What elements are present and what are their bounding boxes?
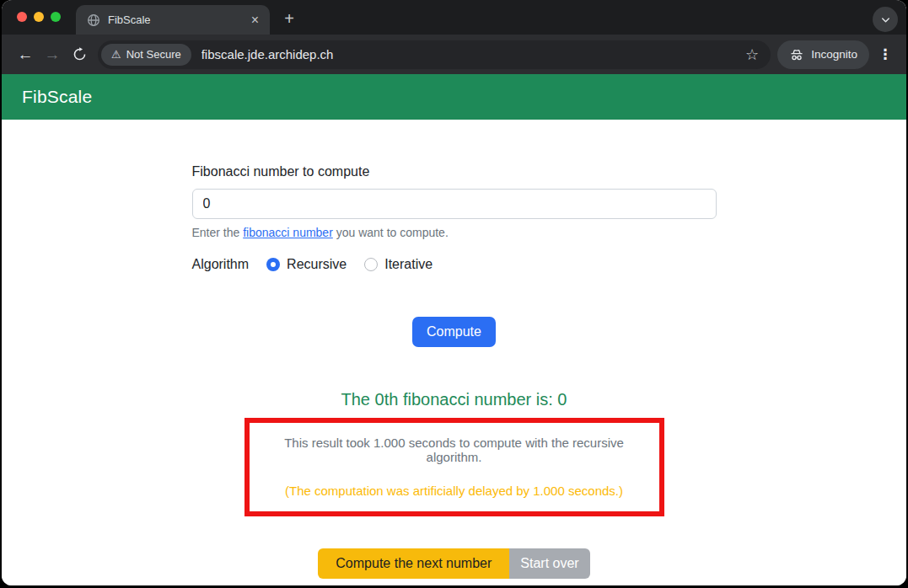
delay-text: (The computation was artificially delaye… (258, 484, 651, 498)
algorithm-row: Algorithm Recursive Iterative (192, 257, 717, 272)
address-bar[interactable]: ⚠ Not Secure fibscale.jde.archidep.ch ☆ (98, 40, 771, 69)
browser-toolbar: ← → ⚠ Not Secure fibscale.jde.archidep.c… (2, 35, 906, 74)
security-chip[interactable]: ⚠ Not Secure (101, 44, 191, 66)
start-over-button[interactable]: Start over (509, 548, 589, 579)
tab-strip: FibScale × + (2, 0, 906, 35)
radio-iterative[interactable] (364, 258, 378, 271)
browser-window: FibScale × + ← → (2, 0, 906, 585)
back-button[interactable]: ← (12, 41, 39, 68)
duration-text: This result took 1.000 seconds to comput… (258, 436, 651, 464)
radio-recursive-label: Recursive (287, 257, 347, 272)
warning-icon: ⚠ (111, 48, 121, 61)
window-controls (17, 12, 61, 22)
help-text-prefix: Enter the (192, 226, 244, 239)
forward-button: → (39, 41, 66, 68)
form-container: Fibonacci number to compute Enter the fi… (192, 120, 717, 579)
help-text: Enter the fibonacci number you want to c… (192, 226, 717, 239)
globe-favicon-icon (87, 13, 100, 27)
fibonacci-number-link[interactable]: fibonacci number (243, 226, 333, 239)
screen: FibScale × + ← → (0, 0, 908, 588)
tab-search-button[interactable] (873, 7, 898, 32)
zoom-window-button[interactable] (51, 12, 61, 22)
compute-next-button[interactable]: Compute the next number (318, 548, 509, 579)
app-brand[interactable]: FibScale (22, 87, 92, 107)
algorithm-option-recursive[interactable]: Recursive (266, 257, 347, 272)
compute-button-row: Compute (192, 317, 717, 347)
minimize-window-button[interactable] (34, 12, 44, 22)
reload-button[interactable] (66, 41, 93, 68)
browser-menu-button[interactable]: ⋮ (874, 41, 896, 68)
tab-close-button[interactable]: × (249, 13, 261, 27)
page-content: Fibonacci number to compute Enter the fi… (2, 120, 906, 585)
radio-recursive[interactable] (266, 258, 280, 271)
fibonacci-number-label: Fibonacci number to compute (192, 164, 717, 179)
close-window-button[interactable] (17, 12, 27, 22)
chevron-down-icon (879, 13, 892, 26)
algorithm-label: Algorithm (192, 257, 250, 272)
result-heading: The 0th fibonacci number is: 0 (192, 390, 717, 409)
algorithm-option-iterative[interactable]: Iterative (364, 257, 433, 272)
help-text-suffix: you want to compute. (333, 226, 449, 239)
app-header: FibScale (2, 74, 906, 120)
browser-tab[interactable]: FibScale × (76, 5, 270, 35)
bookmark-star-icon[interactable]: ☆ (744, 45, 760, 64)
reload-icon (73, 47, 87, 61)
incognito-icon (789, 47, 804, 62)
fibonacci-number-input[interactable] (192, 189, 717, 219)
incognito-label: Incognito (811, 48, 857, 61)
url-text[interactable]: fibscale.jde.archidep.ch (201, 47, 744, 61)
security-label: Not Secure (126, 48, 181, 61)
compute-button[interactable]: Compute (412, 317, 496, 347)
annotation-box: This result took 1.000 seconds to comput… (244, 418, 664, 516)
tab-title: FibScale (108, 13, 249, 26)
new-tab-button[interactable]: + (277, 6, 302, 31)
result-actions: Compute the next number Start over (192, 548, 717, 579)
incognito-badge: Incognito (777, 40, 869, 69)
radio-iterative-label: Iterative (384, 257, 433, 272)
